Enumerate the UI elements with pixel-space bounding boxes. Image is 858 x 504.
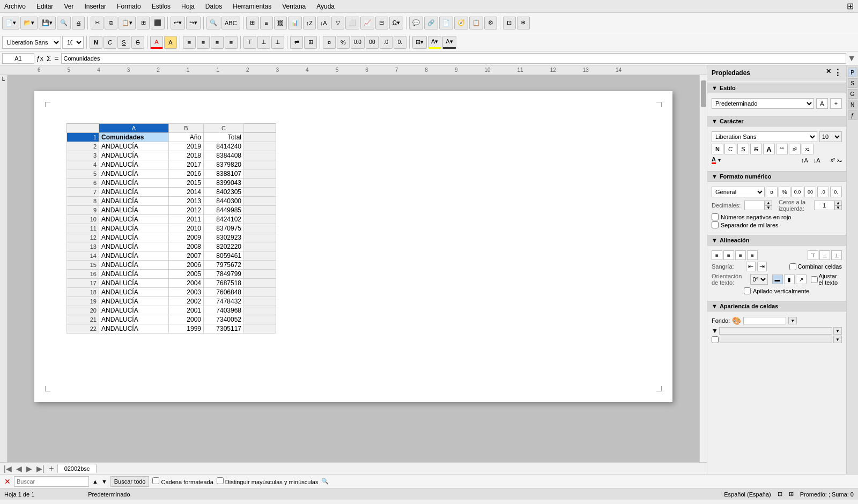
cut-button[interactable]: ✂ bbox=[91, 17, 103, 29]
borders-button[interactable]: ⊞▾ bbox=[412, 36, 427, 49]
valign-top-btn[interactable]: ⊤ bbox=[808, 250, 818, 260]
bg-color-button[interactable]: A▾ bbox=[428, 36, 441, 49]
cell-a-12[interactable]: ANDALUCÍA bbox=[99, 233, 169, 242]
section-formato-title[interactable]: ▼ Formato numérico bbox=[707, 171, 846, 182]
cell-b-8[interactable]: 2013 bbox=[169, 197, 204, 206]
wrap-text-button[interactable]: ⇌ bbox=[290, 36, 303, 49]
cell-c-5[interactable]: 8388107 bbox=[204, 169, 244, 179]
cell-c-7[interactable]: 8402305 bbox=[204, 188, 244, 197]
cell-b-5[interactable]: 2016 bbox=[169, 169, 204, 179]
align-left-button[interactable]: ≡ bbox=[183, 36, 196, 49]
status-view-normal[interactable]: ⊡ bbox=[778, 491, 782, 498]
row-num-7[interactable]: 7 bbox=[67, 188, 99, 197]
paintbrush-button[interactable]: ⬛ bbox=[151, 17, 165, 29]
search-down-btn[interactable]: ▼ bbox=[101, 478, 107, 485]
sort-desc-button[interactable]: ↓A bbox=[317, 17, 330, 29]
cell-c-4[interactable]: 8379820 bbox=[204, 160, 244, 169]
char-superscript-btn[interactable]: x² bbox=[789, 144, 801, 154]
row-num-19[interactable]: 19 bbox=[67, 297, 99, 306]
cell-c-2[interactable]: 8414240 bbox=[204, 142, 244, 151]
cell-a-15[interactable]: ANDALUCÍA bbox=[99, 261, 169, 270]
cell-a-7[interactable]: ANDALUCÍA bbox=[99, 188, 169, 197]
cell-a-1[interactable]: Comunidades bbox=[99, 133, 169, 142]
decimal-format-button[interactable]: 0.0 bbox=[351, 36, 365, 49]
font-color-button[interactable]: A bbox=[150, 36, 163, 49]
cell-c-11[interactable]: 8370975 bbox=[204, 224, 244, 233]
cell-a-20[interactable]: ANDALUCÍA bbox=[99, 306, 169, 315]
format-select[interactable]: General bbox=[712, 187, 765, 197]
macros-button[interactable]: ⚙ bbox=[484, 17, 497, 29]
char-size-up-icon[interactable]: ↑A bbox=[800, 157, 810, 164]
cell-c-18[interactable]: 7606848 bbox=[204, 288, 244, 297]
cell-a-21[interactable]: ANDALUCÍA bbox=[99, 315, 169, 324]
status-view-page[interactable]: ⊞ bbox=[789, 491, 794, 498]
underline-button[interactable]: S bbox=[117, 36, 130, 49]
italic-button[interactable]: C bbox=[103, 36, 116, 49]
format-dec-dec-btn[interactable]: 0. bbox=[830, 187, 842, 197]
cell-a-2[interactable]: ANDALUCÍA bbox=[99, 142, 169, 151]
cell-ref-input[interactable] bbox=[2, 53, 34, 64]
halign-justify-btn[interactable]: ≡ bbox=[747, 250, 758, 260]
menu-herramientas[interactable]: Herramientas bbox=[231, 2, 273, 11]
align-justify-button[interactable]: ≡ bbox=[225, 36, 238, 49]
char-color-arrow[interactable]: ▾ bbox=[718, 157, 721, 163]
cell-b-6[interactable]: 2015 bbox=[169, 179, 204, 188]
col-header-c[interactable]: C bbox=[204, 124, 244, 133]
row-num-22[interactable]: 22 bbox=[67, 324, 99, 333]
font-size-select[interactable]: 10 bbox=[62, 36, 84, 49]
section-estilo-title[interactable]: ▼ Estilo bbox=[707, 83, 846, 93]
row-num-15[interactable]: 15 bbox=[67, 261, 99, 270]
halign-center-btn[interactable]: ≡ bbox=[723, 250, 734, 260]
vertical-stack-checkbox[interactable] bbox=[744, 287, 751, 294]
tab-first-button[interactable]: |◀ bbox=[2, 464, 13, 473]
orientation-select[interactable]: 0° bbox=[750, 274, 768, 285]
row-num-21[interactable]: 21 bbox=[67, 315, 99, 324]
estilo-new-button[interactable]: A bbox=[816, 98, 828, 109]
clone-button[interactable]: ⊞ bbox=[137, 17, 150, 29]
row-num-14[interactable]: 14 bbox=[67, 251, 99, 261]
valign-bot-btn[interactable]: ⊥ bbox=[831, 250, 842, 260]
row-num-9[interactable]: 9 bbox=[67, 206, 99, 215]
freeze-button[interactable]: ❄ bbox=[517, 17, 530, 29]
cell-b-21[interactable]: 2000 bbox=[169, 315, 204, 324]
fondo-swatch[interactable] bbox=[743, 317, 786, 324]
image2-button[interactable]: ⬜ bbox=[345, 17, 359, 29]
cell-b-2[interactable]: 2019 bbox=[169, 142, 204, 151]
zeros-down-btn[interactable]: ▼ bbox=[834, 205, 842, 210]
format-00-btn[interactable]: 00 bbox=[804, 187, 816, 197]
indent-less-btn[interactable]: ⇤ bbox=[746, 262, 756, 271]
cell-c-17[interactable]: 7687518 bbox=[204, 279, 244, 288]
cell-c-22[interactable]: 7305117 bbox=[204, 324, 244, 333]
cell-a-4[interactable]: ANDALUCÍA bbox=[99, 160, 169, 169]
cell-a-11[interactable]: ANDALUCÍA bbox=[99, 224, 169, 233]
char-italic-btn[interactable]: C bbox=[724, 144, 736, 154]
bold-button[interactable]: N bbox=[90, 36, 102, 49]
cell-b-13[interactable]: 2008 bbox=[169, 242, 204, 251]
cell-b-16[interactable]: 2005 bbox=[169, 270, 204, 279]
row-num-16[interactable]: 16 bbox=[67, 270, 99, 279]
search-close-icon[interactable]: ✕ bbox=[4, 477, 11, 486]
row-num-5[interactable]: 5 bbox=[67, 169, 99, 179]
cell-b-17[interactable]: 2004 bbox=[169, 279, 204, 288]
row-num-20[interactable]: 20 bbox=[67, 306, 99, 315]
decimals-up-btn[interactable]: ▲ bbox=[765, 201, 772, 205]
currency-button[interactable]: ¤ bbox=[323, 36, 336, 49]
cell-a-5[interactable]: ANDALUCÍA bbox=[99, 169, 169, 179]
cell-a-10[interactable]: ANDALUCÍA bbox=[99, 215, 169, 224]
cell-c-1[interactable]: Total bbox=[204, 133, 244, 142]
cell-b-9[interactable]: 2012 bbox=[169, 206, 204, 215]
row-num-1[interactable]: 1 bbox=[67, 133, 99, 142]
fondo-dropdown-btn[interactable]: ▼ bbox=[788, 317, 797, 324]
right-tab-functions[interactable]: ƒ bbox=[848, 110, 857, 120]
format-decimal-btn[interactable]: 0.0 bbox=[792, 187, 803, 197]
align-right-button[interactable]: ≡ bbox=[211, 36, 224, 49]
menu-insertar[interactable]: Insertar bbox=[82, 2, 108, 11]
merge-cells-button[interactable]: ⊞ bbox=[304, 36, 317, 49]
zeros-up-btn[interactable]: ▲ bbox=[834, 201, 842, 205]
highlight-button[interactable]: A bbox=[164, 36, 177, 49]
formatted-chain-checkbox[interactable] bbox=[152, 477, 159, 484]
navigator-button[interactable]: 🧭 bbox=[454, 17, 468, 29]
cell-a-13[interactable]: ANDALUCÍA bbox=[99, 242, 169, 251]
font-color2-button[interactable]: A▾ bbox=[442, 36, 456, 49]
save-button[interactable]: 💾▾ bbox=[39, 17, 56, 29]
